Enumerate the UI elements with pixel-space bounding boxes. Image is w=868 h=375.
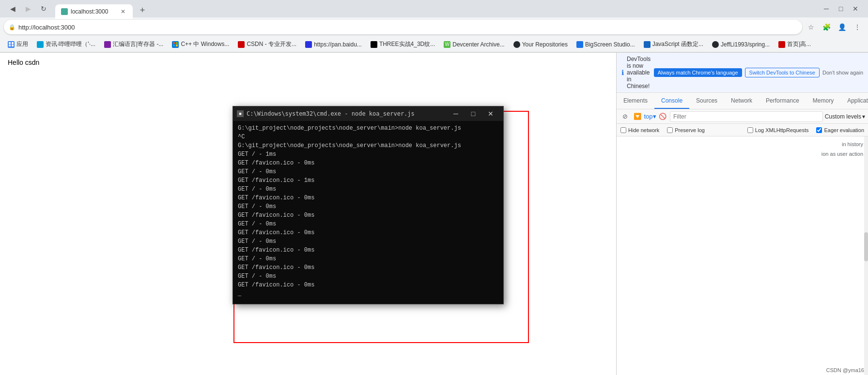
cmd-app-icon: ■ (237, 110, 244, 117)
tab-console[interactable]: Console (654, 93, 689, 109)
bookmark-csdn[interactable]: CSDN - 专业开发... (234, 39, 300, 50)
context-top-label: top (644, 113, 652, 120)
preserve-log-checkbox[interactable] (667, 127, 673, 133)
ms-favicon (172, 41, 179, 48)
cmd-line-9: GET /favicon.ico - 0ms (238, 194, 498, 202)
chevron-down-icon: ▾ (653, 113, 656, 120)
hide-network-text: Hide network (628, 127, 659, 133)
bookmark-baidu[interactable]: https://pan.baidu... (301, 39, 366, 50)
status-bar: CSDN @yma16 (822, 365, 868, 375)
page-hello-text: Hello csdn (0, 53, 616, 72)
home-favicon (778, 41, 785, 48)
cmd-close-button[interactable]: ✕ (482, 106, 499, 121)
active-tab[interactable]: localhost:3000 ✕ (55, 4, 133, 19)
match-language-button[interactable]: Always match Chrome's language (654, 68, 742, 77)
cmd-maximize-button[interactable]: □ (465, 106, 482, 121)
tab-application[interactable]: Application (840, 93, 868, 109)
tab-sources[interactable]: Sources (689, 93, 724, 109)
bookmark-devcenter[interactable]: W Devcenter Archive... (440, 39, 508, 50)
bookmark-apps[interactable]: 应用 (4, 39, 32, 50)
bookmark-home-label: 首页|高... (787, 40, 811, 48)
extensions-button[interactable]: 🧩 (820, 20, 833, 34)
tab-elements[interactable]: Elements (617, 93, 654, 109)
close-window-button[interactable]: ✕ (849, 2, 862, 15)
log-xhr-checkbox[interactable] (747, 127, 753, 133)
profile-button[interactable]: 👤 (835, 20, 849, 34)
bookmark-devcenter-label: Devcenter Archive... (452, 41, 504, 48)
bookmark-home[interactable]: 首页|高... (775, 39, 815, 50)
three-favicon (371, 41, 377, 48)
cmd-titlebar: ■ C:\Windows\system32\cmd.exe - node koa… (233, 106, 503, 121)
cmd-line-7: GET /favicon.ico - 1ms (238, 176, 498, 185)
bookmark-assembly[interactable]: 汇编语言|寄存器 -... (100, 39, 167, 50)
log-xhr-label[interactable]: Log XMLHttpRequests (747, 127, 809, 133)
js-favicon (644, 41, 651, 48)
bookmark-three[interactable]: THREE实战4_3D纹... (367, 39, 439, 50)
cmd-line-18: GET / - 0ms (238, 272, 498, 281)
user-action-hint: ion as user action (822, 151, 863, 157)
switch-devtools-button[interactable]: Switch DevTools to Chinese (745, 68, 820, 77)
cmd-window[interactable]: ■ C:\Windows\system32\cmd.exe - node koa… (232, 106, 504, 304)
notification-text: DevTools is now available in Chinese! (627, 56, 651, 90)
jeffli-favicon (712, 41, 719, 48)
cmd-line-5: GET /favicon.ico - 0ms (238, 159, 498, 167)
devtools-scrollbar[interactable] (864, 136, 868, 375)
page-content: Hello csdn ■ C:\Windows\system32\cmd.exe… (0, 53, 616, 375)
console-context-selector[interactable]: top ▾ (645, 111, 655, 122)
hide-network-label[interactable]: Hide network (620, 127, 659, 133)
bilibili-favicon (37, 41, 44, 48)
history-hint: in history (822, 141, 863, 147)
cmd-line-14: GET / - 0ms (238, 237, 498, 246)
custom-levels[interactable]: Custom levels ▾ (825, 113, 865, 120)
bookmark-star-button[interactable]: ☆ (804, 20, 818, 34)
cmd-line-16: GET / - 0ms (238, 255, 498, 263)
bookmark-bigscreen[interactable]: BigScreen Studio... (573, 39, 639, 50)
maximize-window-button[interactable]: □ (834, 2, 848, 15)
minimize-window-button[interactable]: ─ (820, 2, 833, 15)
bookmark-js[interactable]: JavaScript 函数定... (640, 39, 707, 50)
cmd-line-10: GET / - 0ms (238, 202, 498, 211)
bigscreen-favicon (576, 41, 583, 48)
tab-performance[interactable]: Performance (759, 93, 806, 109)
console-prohibit-button[interactable]: 🚫 (657, 111, 668, 122)
tab-memory[interactable]: Memory (806, 93, 840, 109)
preserve-log-label[interactable]: Preserve log (667, 127, 705, 133)
console-filter-button[interactable]: 🔽 (632, 111, 643, 122)
bookmark-ms[interactable]: C++ 中 Windows... (168, 39, 233, 50)
tab-favicon (61, 8, 68, 15)
csdn-favicon (238, 41, 245, 48)
bookmark-bilibili[interactable]: 资讯·哔哩哔哩（'·... (33, 39, 99, 50)
forward-button[interactable]: ▶ (21, 2, 35, 15)
bookmark-github[interactable]: Your Repositories (510, 39, 572, 50)
github-favicon (513, 41, 520, 48)
cmd-line-1: G:\git_project\node_projects\node_server… (238, 124, 498, 133)
bookmark-jeffli[interactable]: JeffLi1993/spring... (708, 39, 774, 50)
status-text: CSDN @yma16 (826, 367, 864, 373)
bookmark-apps-label: 应用 (16, 40, 28, 48)
main-area: Hello csdn ■ C:\Windows\system32\cmd.exe… (0, 53, 868, 375)
bookmark-github-label: Your Repositories (522, 41, 568, 48)
eager-eval-label[interactable]: Eager evaluation (816, 127, 864, 133)
eager-eval-checkbox[interactable] (816, 127, 822, 133)
reload-button[interactable]: ↻ (37, 2, 50, 15)
devtools-tabs: Elements Console Sources Network Perform… (617, 93, 868, 109)
bookmark-baidu-label: https://pan.baidu... (314, 41, 362, 48)
tab-bar: ◀ ▶ ↻ localhost:3000 ✕ + ─ □ ✕ (0, 0, 868, 17)
dont-show-again-link[interactable]: Don't show again (822, 70, 863, 75)
bookmark-assembly-label: 汇编语言|寄存器 -... (113, 40, 163, 48)
console-clear-button[interactable]: ⊘ (620, 111, 630, 122)
filter-input[interactable] (670, 111, 823, 122)
apps-favicon (8, 41, 15, 48)
cmd-line-6: GET / - 0ms (238, 167, 498, 176)
menu-button[interactable]: ⋮ (851, 20, 864, 34)
back-button[interactable]: ◀ (6, 2, 19, 15)
browser-chrome: ◀ ▶ ↻ localhost:3000 ✕ + ─ □ ✕ 🔒 ☆ 🧩 👤 ⋮ (0, 0, 868, 53)
address-input[interactable] (4, 20, 802, 34)
tab-network[interactable]: Network (724, 93, 759, 109)
levels-chevron-icon: ▾ (862, 113, 865, 120)
cmd-minimize-button[interactable]: ─ (447, 106, 465, 121)
tab-close-button[interactable]: ✕ (119, 8, 127, 15)
devtools-scrollbar-thumb (864, 232, 868, 261)
hide-network-checkbox[interactable] (620, 127, 626, 133)
new-tab-button[interactable]: + (136, 3, 149, 17)
